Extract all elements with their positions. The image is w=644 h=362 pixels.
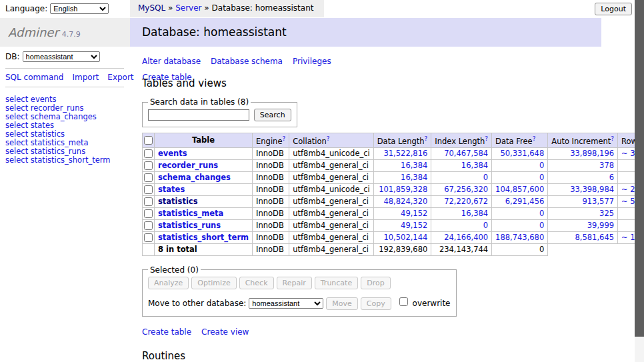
data-free-link[interactable]: 6,291,456	[505, 197, 545, 206]
move-db-select[interactable]: homeassistant	[249, 298, 323, 309]
data-free-cell: 0	[492, 171, 548, 183]
row-checkbox[interactable]	[144, 221, 153, 230]
auto-increment-link[interactable]: 33,898,196	[570, 149, 614, 158]
drop-button[interactable]: Drop	[361, 277, 390, 289]
index-length-link[interactable]: 0	[483, 173, 488, 182]
data-length-link[interactable]: 16,384	[401, 161, 427, 170]
scrollbar-thumb[interactable]	[635, 0, 644, 337]
check-button[interactable]: Check	[239, 277, 274, 289]
sidebar-table-links: select eventsselect recorder_runsselect …	[5, 95, 125, 164]
data-length-link[interactable]: 10,502,144	[383, 233, 427, 242]
data-length-link[interactable]: 31,522,816	[383, 149, 427, 158]
index-length-link[interactable]: 24,166,400	[444, 233, 488, 242]
create-view-link[interactable]: Create view	[201, 327, 249, 337]
data-free-link[interactable]: 104,857,600	[495, 185, 544, 194]
truncate-button[interactable]: Truncate	[315, 277, 358, 289]
column-header-auto-increment: Auto Increment?	[548, 133, 618, 148]
logout-button[interactable]: Logout	[595, 3, 632, 15]
vertical-scrollbar[interactable]	[635, 0, 644, 362]
auto-increment-link[interactable]: 913,577	[582, 197, 614, 206]
row-checkbox[interactable]	[144, 185, 153, 194]
auto-increment-link[interactable]: 33,398,984	[570, 185, 614, 194]
auto-increment-link[interactable]: 6	[609, 173, 614, 182]
data-free-link[interactable]: 188,743,680	[495, 233, 544, 242]
privileges-link[interactable]: Privileges	[293, 57, 331, 66]
search-input[interactable]	[148, 109, 249, 121]
index-length-link[interactable]: 67,256,320	[444, 185, 488, 194]
move-button[interactable]: Move	[326, 297, 358, 310]
table-link-statistics-runs[interactable]: statistics_runs	[158, 221, 221, 230]
sidebar-actions: SQL commandImportExportCreate table	[5, 68, 124, 87]
collation-cell: utf8mb4_general_ci	[289, 159, 374, 171]
breadcrumb-item-mysql[interactable]: MySQL	[138, 3, 165, 13]
select-statistics-meta-link[interactable]: select statistics_meta	[5, 139, 125, 147]
optimize-button[interactable]: Optimize	[191, 277, 236, 289]
column-help-link[interactable]: ?	[327, 135, 330, 142]
table-link-schema-changes[interactable]: schema_changes	[158, 173, 231, 182]
breadcrumb-item-server[interactable]: Server	[175, 3, 201, 13]
data-length-link[interactable]: 16,384	[401, 173, 427, 182]
database-schema-link[interactable]: Database schema	[211, 57, 283, 66]
auto-increment-cell: 913,577	[548, 195, 618, 207]
table-link-states[interactable]: states	[158, 185, 185, 194]
auto-increment-link[interactable]: 378	[599, 161, 614, 170]
repair-button[interactable]: Repair	[277, 277, 312, 289]
analyze-button[interactable]: Analyze	[148, 277, 189, 289]
row-checkbox[interactable]	[144, 233, 153, 242]
column-help-link[interactable]: ?	[425, 135, 428, 142]
create-table-link[interactable]: Create table	[142, 327, 191, 337]
column-help-link[interactable]: ?	[282, 135, 285, 142]
select-statistics-short-term-link[interactable]: select statistics_short_term	[5, 156, 125, 165]
data-free-link[interactable]: 0	[539, 173, 544, 182]
alter-database-link[interactable]: Alter database	[142, 57, 201, 66]
language-select[interactable]: English	[50, 3, 109, 14]
data-free-link[interactable]: 50,331,648	[500, 149, 544, 158]
data-length-link[interactable]: 48,824,320	[383, 197, 427, 206]
copy-button[interactable]: Copy	[361, 297, 391, 310]
data-free-cell: 0	[492, 219, 548, 231]
row-checkbox[interactable]	[144, 161, 153, 170]
sql-command-link[interactable]: SQL command	[5, 73, 63, 82]
column-help-link[interactable]: ?	[485, 135, 488, 142]
auto-increment-cell: 378	[548, 159, 618, 171]
select-statistics-link[interactable]: select statistics	[5, 130, 125, 139]
data-free-link[interactable]: 0	[539, 161, 544, 170]
select-statistics-runs-link[interactable]: select statistics_runs	[5, 147, 125, 156]
index-length-link[interactable]: 16,384	[461, 209, 488, 218]
index-length-link[interactable]: 16,384	[461, 161, 488, 170]
total-index-length: 234,143,744	[431, 243, 492, 255]
index-length-link[interactable]: 0	[483, 221, 488, 230]
table-link-recorder-runs[interactable]: recorder_runs	[158, 161, 218, 170]
engine-cell: InnoDB	[253, 183, 289, 195]
collation-cell: utf8mb4_unicode_ci	[289, 183, 374, 195]
select-all-checkbox[interactable]	[144, 136, 153, 145]
db-select[interactable]: homeassistant	[23, 51, 100, 62]
overwrite-checkbox[interactable]	[399, 297, 408, 306]
select-states-link[interactable]: select states	[5, 121, 125, 130]
index-length-link[interactable]: 70,467,584	[444, 149, 488, 158]
column-help-link[interactable]: ?	[533, 135, 536, 142]
row-checkbox[interactable]	[144, 209, 153, 218]
data-free-link[interactable]: 0	[539, 209, 544, 218]
index-length-link[interactable]: 72,220,672	[444, 197, 488, 206]
auto-increment-link[interactable]: 8,581,645	[575, 233, 615, 242]
auto-increment-link[interactable]: 39,999	[587, 221, 614, 230]
data-free-link[interactable]: 0	[539, 221, 544, 230]
table-link-statistics-meta[interactable]: statistics_meta	[158, 209, 223, 218]
auto-increment-cell: 8,581,645	[548, 231, 618, 243]
row-checkbox[interactable]	[144, 173, 153, 182]
table-link-statistics-short-term[interactable]: statistics_short_term	[158, 233, 249, 242]
row-checkbox[interactable]	[144, 197, 153, 206]
data-length-link[interactable]: 49,152	[401, 209, 427, 218]
table-link-statistics[interactable]: statistics	[158, 197, 198, 206]
import-link[interactable]: Import	[72, 73, 99, 82]
search-button[interactable]: Search	[254, 109, 291, 121]
engine-cell: InnoDB	[253, 195, 289, 207]
data-length-link[interactable]: 49,152	[401, 221, 427, 230]
auto-increment-link[interactable]: 325	[599, 209, 614, 218]
column-help-link[interactable]: ?	[611, 135, 614, 142]
table-link-events[interactable]: events	[158, 149, 187, 158]
select-schema-changes-link[interactable]: select schema_changes	[5, 113, 125, 121]
data-length-link[interactable]: 101,859,328	[379, 185, 427, 194]
row-checkbox[interactable]	[144, 149, 153, 158]
